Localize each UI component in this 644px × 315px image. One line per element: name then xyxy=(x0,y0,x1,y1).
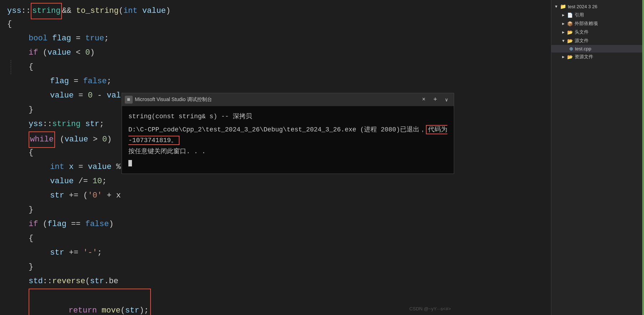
sidebar: ▼ 📁 test 2024 3 26 ► 📄 引用 ► 📦 外部依赖项 ► 📂 … xyxy=(551,0,644,315)
terminal-line-3: 按任意键关闭此窗口. . . xyxy=(128,146,447,157)
sidebar-label-testcpp: test.cpp xyxy=(575,46,591,51)
sidebar-label-header: 头文件 xyxy=(575,29,589,35)
sidebar-item-deps[interactable]: ► 📦 外部依赖项 xyxy=(551,19,644,28)
cpp-icon: ⊕ xyxy=(569,46,573,51)
ref-icon: 📄 xyxy=(567,12,573,18)
arrow-down-icon-source: ▼ xyxy=(561,39,567,43)
ns-yss: yss xyxy=(7,4,21,18)
watermark: CSDN @~yY···s<#> xyxy=(409,306,451,311)
sidebar-label-deps: 外部依赖项 xyxy=(575,20,598,27)
sidebar-item-header[interactable]: ► 📂 头文件 xyxy=(551,28,644,36)
terminal-title: Microsoft Visual Studio 调试控制台 xyxy=(135,96,417,103)
code-line-18: str += '-'; xyxy=(7,246,551,260)
return-line-box: return move(str); xyxy=(29,289,151,315)
terminal-line-1: string(const string& s) -- 深拷贝 xyxy=(128,111,447,122)
project-name: test 2024 3 26 xyxy=(568,4,597,9)
sidebar-label-source: 源文件 xyxy=(575,38,589,44)
arrow-down-icon: ▼ xyxy=(554,4,560,9)
arrow-right-icon-deps: ► xyxy=(561,21,567,26)
code-line-6: flag = false; xyxy=(7,74,551,89)
arrow-right-icon: ► xyxy=(561,13,567,17)
terminal-body: string(const string& s) -- 深拷贝 D:\C-CPP_… xyxy=(122,106,454,174)
sidebar-label-ref: 引用 xyxy=(575,12,584,18)
arrow-right-icon-resource: ► xyxy=(561,55,567,59)
code-line-20: std::reverse(str.be xyxy=(7,274,551,289)
code-line-21: return move(str); xyxy=(7,289,551,303)
sidebar-item-ref[interactable]: ► 📄 引用 xyxy=(551,11,644,19)
sidebar-item-resource[interactable]: ► 📂 资源文件 xyxy=(551,52,644,61)
terminal-line-2: D:\C-CPP_code\Cpp_2\test_2024_3_26\Debug… xyxy=(128,124,447,146)
sidebar-project-root[interactable]: ▼ 📁 test 2024 3 26 xyxy=(551,2,644,11)
sidebar-item-testcpp[interactable]: ⊕ test.cpp xyxy=(551,45,644,52)
resource-icon: 📂 xyxy=(567,54,573,60)
sidebar-label-resource: 资源文件 xyxy=(575,54,593,60)
code-line-14: str += ('0' + x xyxy=(7,189,551,203)
terminal-cursor-line xyxy=(128,158,447,169)
terminal-window: ⊞ Microsoft Visual Studio 调试控制台 × + ∨ st… xyxy=(122,93,454,174)
code-line-13: value /= 10; xyxy=(7,174,551,189)
deps-icon: 📦 xyxy=(567,21,573,26)
terminal-plus-btn[interactable]: + xyxy=(431,95,440,104)
arrow-right-icon-header: ► xyxy=(561,30,567,34)
code-line-3: bool flag = true; xyxy=(7,31,551,46)
terminal-chevron-btn[interactable]: ∨ xyxy=(442,96,451,104)
code-line-19: } xyxy=(7,260,551,274)
terminal-titlebar: ⊞ Microsoft Visual Studio 调试控制台 × + ∨ xyxy=(122,93,454,106)
sidebar-item-source[interactable]: ▼ 📂 源文件 xyxy=(551,36,644,45)
project-icon: 📁 xyxy=(560,4,566,9)
func-to-string: to_string xyxy=(76,4,119,18)
cursor xyxy=(128,160,132,166)
code-line-4: if (value < 0) xyxy=(7,46,551,60)
source-icon: 📂 xyxy=(567,38,573,44)
code-line-17: { xyxy=(7,231,551,246)
green-accent-bar xyxy=(642,0,644,315)
code-line-5: { xyxy=(7,60,551,74)
terminal-icon: ⊞ xyxy=(125,96,133,104)
code-panel: yss::string&& to_string(int value) { boo… xyxy=(0,0,551,315)
code-line-2: { xyxy=(7,17,551,31)
code-line-16: if (flag == false) xyxy=(7,217,551,231)
code-line-1: yss::string&& to_string(int value) xyxy=(7,3,551,17)
header-icon: 📂 xyxy=(567,30,573,35)
code-line-15: } xyxy=(7,203,551,217)
terminal-close-btn[interactable]: × xyxy=(419,96,428,104)
